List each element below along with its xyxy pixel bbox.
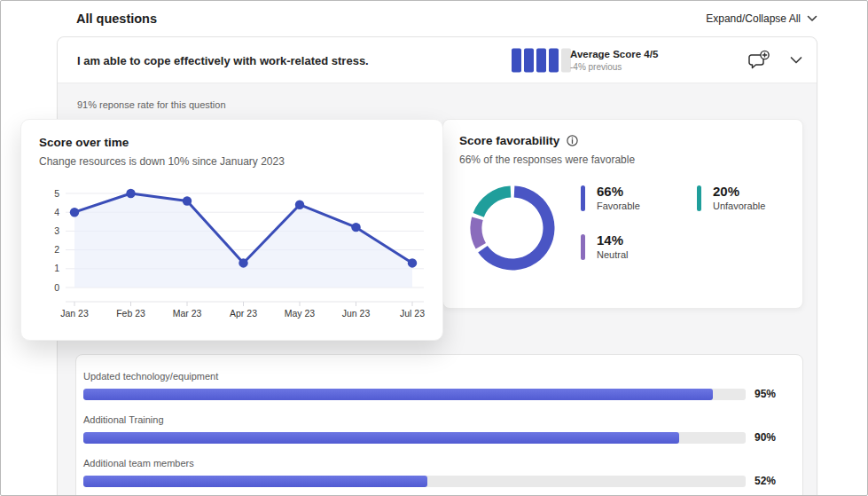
bar-label-2: Additional team members bbox=[83, 458, 786, 468]
add-comment-icon[interactable] bbox=[748, 50, 770, 70]
score-segments bbox=[512, 48, 571, 72]
score-over-time-card: Score over time Change resources is down… bbox=[20, 119, 443, 341]
suggestions-bars-card: Updated technology/equipment 95% Additio… bbox=[75, 354, 803, 496]
x-tick-label: Mar 23 bbox=[173, 308, 202, 319]
data-point bbox=[295, 201, 304, 209]
donut-slice-unfavorable bbox=[479, 192, 511, 215]
score-segment bbox=[549, 48, 559, 72]
bar-label-0: Updated technology/equipment bbox=[83, 371, 786, 382]
bar-fill-0 bbox=[83, 389, 713, 400]
score-segment bbox=[536, 48, 546, 72]
y-tick-label: 1 bbox=[54, 263, 59, 273]
data-point bbox=[239, 258, 247, 267]
chevron-down-icon bbox=[807, 15, 817, 22]
neutral-marker bbox=[581, 234, 585, 260]
question-text: I am able to cope effectively with work-… bbox=[77, 53, 369, 67]
x-tick-label: Feb 23 bbox=[116, 308, 145, 319]
y-tick-label: 5 bbox=[54, 188, 59, 199]
favorable-percent: 66% bbox=[597, 184, 640, 199]
bar-track-0 bbox=[83, 389, 746, 400]
favorability-legend: 66% Favorable 20% Unfavorable 14% Neut bbox=[581, 184, 765, 276]
x-tick-label: Jan 23 bbox=[60, 308, 89, 319]
average-score-block: Average Score 4/5 -4% previous bbox=[570, 49, 658, 72]
collapse-question-chevron-icon[interactable] bbox=[790, 56, 802, 64]
response-rate-text: 91% reponse rate for this question bbox=[77, 99, 226, 110]
y-tick-label: 0 bbox=[54, 282, 59, 293]
legend-item-neutral: 14% Neutral bbox=[581, 232, 697, 260]
page-header: All questions Expand/Collapse All bbox=[57, 6, 817, 31]
data-point bbox=[408, 258, 417, 267]
data-point bbox=[351, 223, 360, 232]
previous-delta-label: -4% previous bbox=[570, 62, 658, 72]
favorability-subtitle: 66% of the responses were favorable bbox=[459, 154, 786, 166]
legend-item-unfavorable: 20% Unfavorable bbox=[697, 184, 765, 211]
expand-collapse-all-button[interactable]: Expand/Collapse All bbox=[706, 12, 817, 25]
y-tick-label: 3 bbox=[54, 225, 59, 236]
bar-percent-0: 95% bbox=[755, 388, 786, 400]
y-tick-label: 2 bbox=[54, 244, 59, 255]
unfavorable-percent: 20% bbox=[713, 184, 765, 199]
bar-fill-2 bbox=[83, 476, 427, 487]
x-tick-label: Jun 23 bbox=[342, 308, 371, 319]
favorable-marker bbox=[581, 185, 585, 211]
page-title: All questions bbox=[57, 12, 157, 26]
score-segment bbox=[524, 48, 534, 72]
expand-collapse-all-label: Expand/Collapse All bbox=[706, 12, 801, 25]
bar-track-2 bbox=[83, 476, 746, 487]
data-point bbox=[70, 208, 79, 217]
bar-item-2: Additional team members 52% bbox=[83, 458, 786, 487]
info-icon[interactable] bbox=[567, 135, 578, 146]
bar-item-1: Additional Training 90% bbox=[83, 414, 786, 444]
unfavorable-marker bbox=[697, 185, 701, 211]
bar-percent-1: 90% bbox=[755, 431, 786, 444]
score-segment bbox=[512, 48, 521, 72]
legend-item-favorable: 66% Favorable bbox=[581, 184, 697, 211]
score-over-time-line-chart: 012345Jan 23Feb 23Mar 23Apr 23May 23Jun … bbox=[39, 175, 427, 326]
donut-slice-neutral bbox=[476, 218, 481, 246]
x-tick-label: Jul 23 bbox=[400, 308, 425, 319]
bar-percent-2: 52% bbox=[755, 475, 786, 487]
score-over-time-subtitle: Change resources is down 10% since Janua… bbox=[39, 155, 426, 168]
question-header-row[interactable]: I am able to cope effectively with work-… bbox=[58, 37, 817, 83]
x-tick-label: Apr 23 bbox=[230, 308, 257, 319]
bar-track-1 bbox=[83, 432, 746, 444]
favorability-title: Score favorability bbox=[459, 134, 559, 147]
line-area-fill bbox=[74, 193, 412, 287]
bar-item-0: Updated technology/equipment 95% bbox=[83, 371, 786, 400]
data-point bbox=[183, 196, 192, 205]
neutral-label: Neutral bbox=[597, 249, 628, 260]
dashboard-screen: All questions Expand/Collapse All I am a… bbox=[0, 0, 868, 496]
score-favorability-card: Score favorability 66% of the responses … bbox=[442, 119, 803, 309]
x-tick-label: May 23 bbox=[285, 308, 316, 319]
bar-label-1: Additional Training bbox=[83, 414, 786, 425]
favorable-label: Favorable bbox=[597, 201, 640, 211]
bar-fill-1 bbox=[83, 432, 679, 444]
unfavorable-label: Unfavorable bbox=[713, 201, 765, 211]
average-score-label: Average Score 4/5 bbox=[570, 49, 658, 59]
favorability-donut-chart bbox=[463, 177, 562, 276]
score-over-time-title: Score over time bbox=[39, 136, 426, 149]
y-tick-label: 4 bbox=[54, 207, 59, 217]
neutral-percent: 14% bbox=[597, 232, 628, 248]
data-point bbox=[126, 189, 135, 198]
